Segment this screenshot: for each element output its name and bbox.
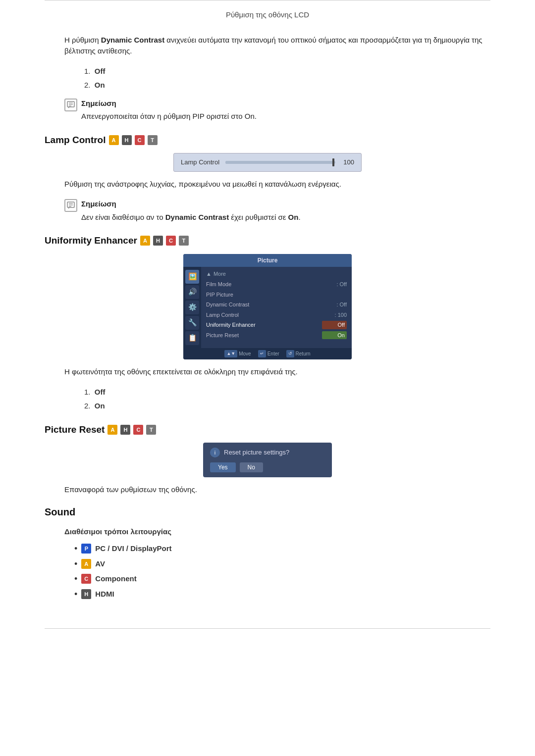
osd-menu: Picture 🖼️ 🔊 ⚙️ 🔧 📋 ▲ More Film Mode [183,254,352,360]
sound-section: Sound Διαθέσιμοι τρόποι λειτουργίας • P … [45,504,490,600]
badge-lamp-c: C [135,135,145,145]
content-area: Η ρύθμιση Dynamic Contrast ανιχνεύει αυτ… [45,25,490,614]
list-item-1: 1. Off [84,66,490,77]
osd-footer: ▲▼ Move ↵ Enter ↺ Return [183,348,352,360]
osd-row-dyncontrast: Dynamic Contrast : Off [206,300,347,310]
sound-label-component: Component [95,573,136,585]
note-icon-lamp [64,199,77,212]
osd-move-btn: ▲▼ [224,350,237,358]
lamp-control-description: Ρύθμιση της ανάστροφης λυχνίας, προκειμέ… [64,179,490,190]
badge-uni-a: A [140,236,150,246]
osd-footer-move: ▲▼ Move [224,350,251,358]
osd-pictreset-key: Picture Reset [206,331,322,340]
uni-list-item-1: 1. Off [84,387,490,398]
sound-label-av: AV [95,558,105,570]
bullet-dot-pc: • [74,544,77,553]
lamp-control-heading: Lamp Control A H C T [45,133,490,148]
osd-content-area: ▲ More Film Mode : Off PIP Picture Dynam… [201,267,352,348]
sound-heading: Sound [45,504,490,519]
osd-icon-1: 🖼️ [185,270,199,284]
osd-enter-label: Enter [268,350,279,357]
reset-widget-header: i Reset picture settings? [210,448,325,457]
osd-lamp-val: : 100 [322,311,347,319]
uniformity-title: Uniformity Enhancer [45,234,137,248]
osd-row-pictreset: Picture Reset On [206,330,347,341]
lamp-slider-fill [225,161,330,164]
osd-film-val: : Off [322,280,347,289]
osd-dyncontrast-val: : Off [322,301,347,309]
osd-return-btn: ↺ [286,350,294,358]
osd-move-label: Move [239,350,251,357]
osd-more-row: ▲ More [206,270,347,280]
osd-row-film: Film Mode : Off [206,279,347,290]
osd-pictreset-val: On [322,331,347,340]
osd-lamp-key: Lamp Control [206,311,322,319]
reset-widget: i Reset picture settings? Yes No [203,443,332,477]
note-content-1: Σημείωση Απενεργοποιείται όταν η ρύθμιση… [81,98,257,122]
osd-icon-4: 🔧 [185,316,199,330]
osd-uni-key: Uniformity Enhancer [206,321,322,329]
picture-reset-heading: Picture Reset A H C T [45,423,490,437]
reset-buttons: Yes No [210,462,325,472]
page: Ρύθμιση της οθόνης LCD Η ρύθμιση Dynamic… [0,0,535,629]
osd-return-label: Return [296,350,311,357]
sound-bullet-hdmi: • H HDMI [74,589,490,600]
reset-yes-button[interactable]: Yes [210,462,236,472]
intro-paragraph: Η ρύθμιση Dynamic Contrast ανιχνεύει αυτ… [64,35,490,57]
page-title-bar: Ρύθμιση της οθόνης LCD [45,0,490,25]
reset-question: Reset picture settings? [224,448,289,457]
uni-list-item-2: 2. On [84,401,490,412]
lamp-slider-value: 100 [340,157,354,167]
osd-row-pip: PIP Picture [206,290,347,300]
osd-row-lamp: Lamp Control : 100 [206,310,347,320]
osd-dyncontrast-key: Dynamic Contrast [206,301,322,309]
uni-description: Η φωτεινότητα της οθόνης επεκτείνεται σε… [64,366,490,378]
bullet-dot-hdmi: • [74,590,77,599]
badge-pr-a: A [107,425,117,435]
lamp-slider-track[interactable] [225,161,335,164]
badge-lamp-t: T [148,135,158,145]
badge-pc: P [81,544,91,554]
page-title: Ρύθμιση της οθόνης LCD [226,10,309,19]
badge-uni-c: C [166,236,176,246]
reset-no-button[interactable]: No [240,462,263,472]
sound-bullet-pc: • P PC / DVI / DisplayPort [74,543,490,554]
badge-lamp-a: A [109,135,119,145]
uniformity-heading: Uniformity Enhancer A H C T [45,234,490,248]
sound-bullet-av: • A AV [74,558,490,570]
badge-component: C [81,574,91,584]
note-icon-1 [64,99,77,111]
bullet-dot-av: • [74,559,77,568]
lamp-control-title: Lamp Control [45,133,106,148]
osd-icon-list: 🖼️ 🔊 ⚙️ 🔧 📋 [183,267,201,348]
osd-footer-enter: ↵ Enter [258,350,279,358]
note-block-1: Σημείωση Απενεργοποιείται όταν η ρύθμιση… [64,98,490,122]
sound-bullet-component: • C Component [74,573,490,585]
osd-pip-key: PIP Picture [206,291,322,299]
note-block-lamp: Σημείωση Δεν είναι διαθέσιμο αν το Dynam… [64,199,490,223]
list-item-2: 2. On [84,80,490,91]
note-text-lamp: Δεν είναι διαθέσιμο αν το Dynamic Contra… [81,212,301,223]
picture-reset-description: Επαναφορά των ρυθμίσεων της οθόνης. [64,484,490,496]
reset-icon: i [210,448,220,457]
osd-icon-2: 🔊 [185,285,199,299]
lamp-slider-thumb [332,158,334,166]
osd-pip-val [322,291,347,299]
badge-pr-c: C [133,425,143,435]
sound-label-hdmi: HDMI [95,589,114,600]
osd-footer-return: ↺ Return [286,350,311,358]
osd-title: Picture [183,254,352,267]
sound-label-pc: PC / DVI / DisplayPort [95,543,171,554]
lamp-control-widget-label: Lamp Control [181,157,220,167]
badge-lamp-h: H [122,135,132,145]
osd-row-uni: Uniformity Enhancer Off [206,320,347,330]
bullet-dot-component: • [74,574,77,583]
badge-uni-h: H [153,236,163,246]
note-text-1: Απενεργοποιείται όταν η ρύθμιση PIP ορισ… [81,111,257,122]
note-label-lamp: Σημείωση [81,200,116,208]
osd-icon-5: 📋 [185,331,199,345]
lamp-control-widget: Lamp Control 100 [173,153,362,172]
osd-uni-val: Off [322,321,347,329]
bottom-border [45,628,490,629]
osd-body: 🖼️ 🔊 ⚙️ 🔧 📋 ▲ More Film Mode : Off [183,267,352,348]
